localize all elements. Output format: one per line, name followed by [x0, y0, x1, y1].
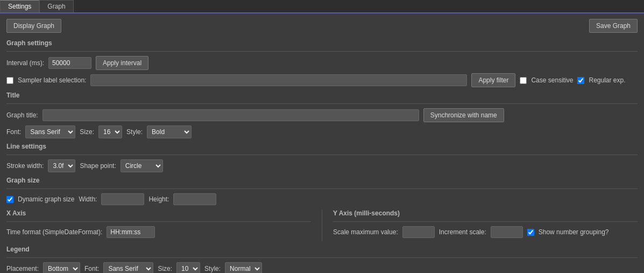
style-label: Style:	[126, 128, 143, 136]
dynamic-label: Dynamic graph size	[18, 195, 74, 203]
scale-max-label: Scale maximum value:	[333, 228, 398, 236]
legend-font-label: Font:	[84, 265, 99, 272]
sync-with-name-button[interactable]: Synchronize with name	[423, 108, 504, 122]
graph-settings-label: Graph settings	[6, 39, 638, 47]
stroke-width-label: Stroke width:	[6, 162, 44, 170]
axis-section: X Axis Time format (SimpleDateFormat): Y…	[6, 209, 638, 241]
placement-label: Placement:	[6, 265, 39, 272]
dynamic-graph-size-checkbox[interactable]	[6, 196, 13, 203]
line-settings-section: Line settings Stroke width: 1.0f2.0f3.0f…	[6, 143, 638, 172]
legend-style-label: Style:	[204, 265, 221, 272]
style-select[interactable]: PlainBoldItalicBold Italic	[147, 125, 192, 138]
title-section: Title Graph title: Synchronize with name…	[6, 92, 638, 138]
legend-section: Legend Placement: BottomTopLeftRight Fon…	[6, 246, 638, 273]
legend-size-select[interactable]: 810121416	[176, 262, 200, 273]
title-section-label: Title	[6, 92, 638, 99]
save-graph-button[interactable]: Save Graph	[589, 19, 638, 33]
case-sensitive-label: Case sensitive	[531, 76, 573, 84]
line-settings-label: Line settings	[6, 143, 638, 150]
x-axis-label: X Axis	[6, 209, 311, 217]
font-row: Font: Sans Serif Serif Monospace Size: 8…	[6, 125, 638, 138]
time-format-row: Time format (SimpleDateFormat):	[6, 226, 311, 238]
height-label: Height:	[148, 195, 169, 203]
width-label: Width:	[79, 195, 97, 203]
shape-point-label: Shape point:	[80, 162, 116, 170]
sampler-input[interactable]	[90, 74, 467, 86]
settings-content: Display Graph Save Graph Graph settings …	[0, 13, 644, 273]
graph-size-row: Dynamic graph size Width: Height:	[6, 193, 638, 205]
scale-max-input[interactable]	[402, 226, 435, 238]
regular-exp-checkbox[interactable]	[577, 77, 584, 84]
tab-settings[interactable]: Settings	[0, 0, 39, 12]
legend-style-select[interactable]: PlainBoldItalicNormal	[225, 262, 262, 273]
y-axis-row: Scale maximum value: Increment scale: Sh…	[333, 226, 638, 238]
show-grouping-label: Show number grouping?	[539, 228, 609, 236]
time-format-label: Time format (SimpleDateFormat):	[6, 228, 102, 236]
interval-input[interactable]	[48, 57, 91, 69]
case-sensitive-checkbox[interactable]	[520, 77, 527, 84]
placement-select[interactable]: BottomTopLeftRight	[43, 262, 80, 273]
legend-label: Legend	[6, 246, 638, 253]
legend-size-label: Size:	[158, 265, 172, 272]
font-label: Font:	[6, 128, 21, 136]
line-settings-row: Stroke width: 1.0f2.0f3.0f4.0f Shape poi…	[6, 159, 638, 172]
y-axis-col: Y Axis (milli-seconds) Scale maximum val…	[333, 209, 638, 241]
graph-settings-section: Graph settings Interval (ms): Apply inte…	[6, 39, 638, 87]
sampler-checkbox[interactable]	[6, 77, 13, 84]
increment-label: Increment scale:	[439, 228, 486, 236]
stroke-width-select[interactable]: 1.0f2.0f3.0f4.0f	[48, 159, 75, 172]
graph-title-label: Graph title:	[6, 111, 38, 119]
interval-row: Interval (ms): Apply interval	[6, 56, 638, 70]
graph-title-input[interactable]	[43, 109, 419, 121]
width-input[interactable]	[101, 193, 144, 205]
sampler-row: Sampler label selection: Apply filter Ca…	[6, 73, 638, 87]
show-grouping-checkbox[interactable]	[527, 229, 534, 236]
y-axis-label: Y Axis (milli-seconds)	[333, 209, 638, 217]
time-format-input[interactable]	[107, 226, 155, 238]
apply-filter-button[interactable]: Apply filter	[471, 73, 515, 87]
display-graph-button[interactable]: Display Graph	[6, 19, 61, 33]
shape-point-select[interactable]: CircleSquareDiamondTriangle	[121, 159, 163, 172]
legend-font-select[interactable]: Sans SerifSerifMonospace	[103, 262, 153, 273]
apply-interval-button[interactable]: Apply interval	[96, 56, 148, 70]
sampler-label: Sampler label selection:	[18, 76, 86, 84]
interval-label: Interval (ms):	[6, 59, 44, 67]
height-input[interactable]	[173, 193, 216, 205]
size-select[interactable]: 810121416182024	[98, 125, 122, 138]
tab-graph[interactable]: Graph	[39, 0, 73, 12]
increment-input[interactable]	[491, 226, 523, 238]
regular-exp-label: Regular exp.	[589, 76, 625, 84]
font-select[interactable]: Sans Serif Serif Monospace	[25, 125, 75, 138]
toolbar: Display Graph Save Graph	[6, 19, 638, 33]
size-label: Size:	[80, 128, 94, 136]
graph-size-section: Graph size Dynamic graph size Width: Hei…	[6, 177, 638, 205]
legend-row: Placement: BottomTopLeftRight Font: Sans…	[6, 262, 638, 273]
tab-bar: Settings Graph	[0, 0, 644, 13]
axis-row: X Axis Time format (SimpleDateFormat): Y…	[6, 209, 638, 241]
x-axis-col: X Axis Time format (SimpleDateFormat):	[6, 209, 322, 241]
graph-title-row: Graph title: Synchronize with name	[6, 108, 638, 122]
graph-size-label: Graph size	[6, 177, 638, 184]
